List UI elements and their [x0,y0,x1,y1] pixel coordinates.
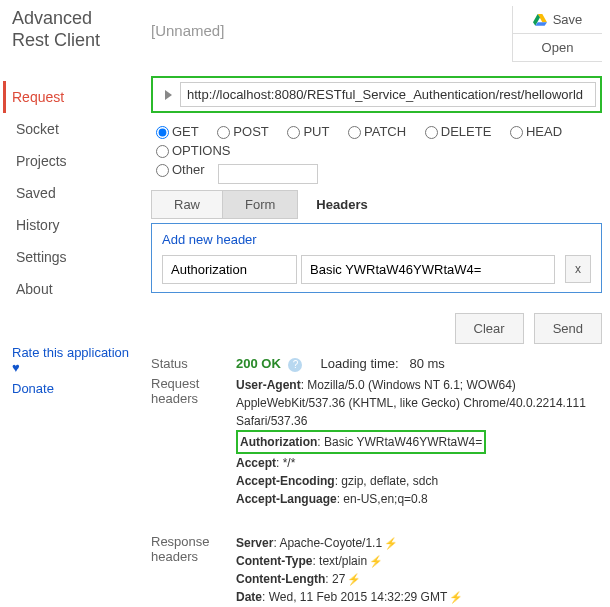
save-button[interactable]: Save [513,6,602,34]
expand-icon[interactable] [165,90,172,100]
method-post[interactable]: POST [212,123,268,139]
loading-label: Loading time: [321,356,399,371]
request-name: [Unnamed] [151,22,224,39]
nav-request[interactable]: Request [3,81,131,113]
nav-settings[interactable]: Settings [12,241,131,273]
app-title: Advanced Rest Client [12,8,131,51]
loading-value: 80 ms [409,356,444,371]
method-put[interactable]: PUT [282,123,329,139]
method-head[interactable]: HEAD [505,123,562,139]
status-code: 200 OK [236,356,281,371]
method-patch[interactable]: PATCH [343,123,406,139]
url-input[interactable] [180,82,596,107]
nav-saved[interactable]: Saved [12,177,131,209]
req-headers-block: User-Agent: Mozilla/5.0 (Windows NT 6.1;… [236,376,602,508]
drive-icon [533,14,547,26]
status-label: Status [151,356,236,372]
clear-button[interactable]: Clear [455,313,524,344]
req-headers-label: Request headers [151,376,236,508]
save-label: Save [553,12,583,27]
resp-headers-label: Response headers [151,534,236,606]
header-name-input[interactable] [162,255,297,284]
method-other-input[interactable] [218,164,318,184]
bolt-icon: ⚡ [384,537,398,549]
headers-title: Headers [316,197,367,212]
add-header-link[interactable]: Add new header [162,232,591,247]
donate-link[interactable]: Donate [12,381,131,396]
svg-marker-2 [535,22,547,25]
remove-header-button[interactable]: x [565,255,591,283]
http-methods: GET POST PUT PATCH DELETE HEAD OPTIONS O… [151,123,602,184]
info-icon[interactable]: ? [288,358,302,372]
bolt-icon: ⚡ [347,573,361,585]
nav-projects[interactable]: Projects [12,145,131,177]
open-button[interactable]: Open [513,34,602,61]
method-get[interactable]: GET [151,123,199,139]
rate-link[interactable]: Rate this application ♥ [12,345,131,375]
method-options[interactable]: OPTIONS [151,142,231,158]
bolt-icon: ⚡ [449,591,463,603]
tab-form-headers[interactable]: Form [223,190,298,219]
nav-about[interactable]: About [12,273,131,305]
nav-history[interactable]: History [12,209,131,241]
method-other[interactable]: Other [151,161,205,177]
send-button[interactable]: Send [534,313,602,344]
bolt-icon: ⚡ [369,555,383,567]
method-delete[interactable]: DELETE [420,123,492,139]
header-value-input[interactable] [301,255,555,284]
nav-socket[interactable]: Socket [12,113,131,145]
tab-raw-headers[interactable]: Raw [151,190,223,219]
resp-headers-block: Server: Apache-Coyote/1.1⚡ Content-Type:… [236,534,602,606]
